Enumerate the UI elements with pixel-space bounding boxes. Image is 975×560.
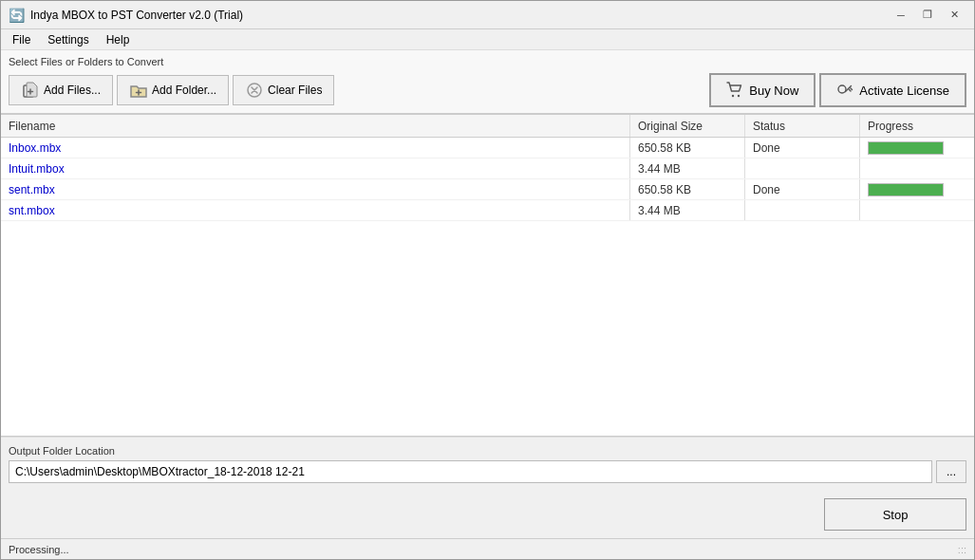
buy-now-button[interactable]: Buy Now [709,73,816,107]
cell-status: Done [745,141,859,155]
add-files-button[interactable]: Add Files... [9,75,113,105]
add-files-label: Add Files... [44,84,101,97]
cell-progress [860,141,974,155]
table-row[interactable]: Inbox.mbx650.58 KBDone [1,138,974,159]
progress-bar-container [868,141,944,155]
table-row[interactable]: snt.mbox3.44 MB [1,200,974,221]
restore-button[interactable]: ❐ [915,6,940,25]
key-icon [836,82,853,99]
cell-status: Done [745,183,859,196]
header-status: Status [745,120,859,133]
add-files-icon [21,81,40,100]
buy-now-label: Buy Now [749,84,798,98]
cell-size: 3.44 MB [630,204,744,217]
title-text: Indya MBOX to PST Converter v2.0 (Trial) [30,9,889,22]
add-folder-icon [129,81,148,100]
activate-license-label: Activate License [859,84,949,98]
table-row[interactable]: sent.mbx650.58 KBDone [1,179,974,200]
header-filename: Filename [1,120,629,133]
status-bar: Processing... ::: [1,538,974,559]
menu-file[interactable]: File [5,31,38,48]
cell-size: 650.58 KB [630,141,744,155]
file-table: Filename Original Size Status Progress I… [1,114,974,437]
clear-files-button[interactable]: Clear Files [233,75,334,105]
add-folder-button[interactable]: Add Folder... [117,75,229,105]
cell-size: 3.44 MB [630,162,744,176]
activate-license-button[interactable]: Activate License [819,73,966,107]
toolbar: Select Files or Folders to Convert Add F… [1,50,974,114]
output-path-input[interactable] [9,460,932,483]
header-progress: Progress [860,120,974,133]
svg-point-3 [738,95,740,97]
cell-filename: Inbox.mbx [1,141,629,155]
progress-bar-fill [869,184,943,196]
browse-button[interactable]: ... [936,460,966,483]
add-folder-label: Add Folder... [152,84,216,97]
progress-bar-container [868,183,944,196]
header-original-size: Original Size [630,120,744,133]
stop-button[interactable]: Stop [824,498,966,531]
cell-filename: sent.mbx [1,183,629,196]
action-row: Stop [1,491,974,538]
title-bar: 🔄 Indya MBOX to PST Converter v2.0 (Tria… [1,1,974,29]
menu-settings[interactable]: Settings [40,31,96,48]
cell-filename: snt.mbox [1,204,629,217]
toolbar-buttons: Add Files... Add Folder... Clear Files [9,73,966,107]
svg-point-2 [732,95,734,97]
output-label: Output Folder Location [9,445,966,457]
output-row: ... [9,460,966,483]
table-header: Filename Original Size Status Progress [1,115,974,138]
cart-icon [726,82,743,99]
svg-point-4 [838,85,846,93]
status-text: Processing... [9,544,69,555]
table-body: Inbox.mbx650.58 KBDoneIntuit.mbox3.44 MB… [1,138,974,436]
clear-files-icon [245,81,264,100]
close-button[interactable]: ✕ [942,6,966,25]
app-icon: 🔄 [9,8,25,23]
cell-size: 650.58 KB [630,183,744,196]
window-controls: ─ ❐ ✕ [889,6,966,25]
minimize-button[interactable]: ─ [889,6,913,25]
output-section: Output Folder Location ... [1,437,974,491]
cell-progress [860,183,974,196]
menu-help[interactable]: Help [99,31,138,48]
table-row[interactable]: Intuit.mbox3.44 MB [1,159,974,179]
menu-bar: File Settings Help [1,29,974,50]
cell-filename: Intuit.mbox [1,162,629,176]
status-dots: ::: [958,544,966,555]
clear-files-label: Clear Files [268,84,322,97]
progress-bar-fill [869,142,943,154]
toolbar-label: Select Files or Folders to Convert [9,56,966,67]
